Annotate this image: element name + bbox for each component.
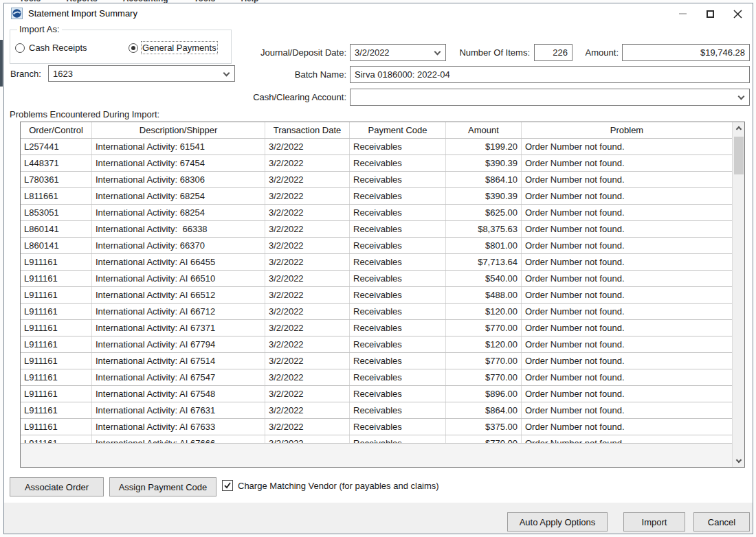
chevron-down-icon [738, 93, 745, 100]
import-button[interactable]: Import [623, 512, 685, 532]
table-cell: $770.00 [446, 435, 522, 443]
table-row[interactable]: L448371International Activity: 674543/2/… [21, 155, 732, 171]
column-header-payment-code[interactable]: Payment Code [350, 122, 446, 138]
table-row[interactable]: L911161International Activity: AI 665103… [21, 270, 732, 286]
table-cell: L911161 [21, 353, 92, 369]
table-cell: Order Number not found. [522, 254, 732, 270]
journal-date-select[interactable]: 3/2/2022 [350, 44, 446, 61]
table-cell: 3/2/2022 [265, 386, 350, 402]
table-cell: International Activity: AI 67666 [92, 435, 265, 443]
table-row[interactable]: L860141International Activity: 663383/2/… [21, 220, 732, 237]
number-of-items-label: Number Of Items: [453, 47, 530, 58]
table-cell: $801.00 [446, 238, 522, 253]
table-cell: Receivables [350, 353, 446, 369]
table-cell: International Activity: 66370 [92, 238, 265, 253]
charge-matching-vendor-checkbox-row[interactable]: Charge Matching Vendor (for payables and… [222, 480, 439, 491]
table-cell: Order Number not found. [522, 172, 732, 187]
column-header-amount[interactable]: Amount [446, 122, 522, 138]
table-cell: $120.00 [446, 304, 522, 319]
cash-clearing-account-label: Cash/Clearing Account: [238, 92, 346, 102]
table-row[interactable]: L811661International Activity: 682543/2/… [21, 187, 732, 204]
column-header-description-shipper[interactable]: Description/Shipper [92, 122, 265, 138]
table-cell: L448371 [21, 155, 92, 171]
charge-matching-vendor-label: Charge Matching Vendor (for payables and… [238, 481, 439, 491]
table-cell: Order Number not found. [522, 435, 732, 443]
table-cell: $864.10 [446, 172, 522, 187]
table-row[interactable]: L911161International Activity: AI 667123… [21, 303, 732, 319]
table-cell: Receivables [350, 188, 446, 204]
table-cell: Receivables [350, 238, 446, 253]
table-cell: L257441 [21, 139, 92, 155]
table-cell: Order Number not found. [522, 304, 732, 319]
table-row[interactable]: L911161International Activity: AI 675473… [21, 369, 732, 385]
table-row[interactable]: L911161International Activity: AI 676663… [21, 435, 732, 443]
table-cell: 3/2/2022 [265, 271, 350, 286]
maximize-button[interactable] [696, 3, 724, 24]
table-cell: $8,375.63 [446, 221, 522, 237]
table-cell: Receivables [350, 386, 446, 402]
table-row[interactable]: L853051International Activity: 682543/2/… [21, 204, 732, 220]
table-row[interactable]: L911161International Activity: AI 665123… [21, 286, 732, 303]
number-of-items-field[interactable]: 226 [534, 44, 572, 61]
table-cell: International Activity: 67454 [92, 155, 265, 171]
cash-clearing-account-select[interactable] [350, 89, 750, 106]
table-row[interactable]: L860141International Activity: 663703/2/… [21, 237, 732, 253]
cancel-button[interactable]: Cancel [693, 512, 750, 532]
table-cell: L911161 [21, 336, 92, 352]
column-header-problem[interactable]: Problem [522, 122, 732, 138]
table-cell: 3/2/2022 [265, 419, 350, 435]
table-row[interactable]: L911161International Activity: AI 676333… [21, 418, 732, 435]
radio-cash-receipts[interactable]: Cash Receipts [15, 43, 129, 53]
close-button[interactable] [724, 3, 751, 24]
branch-select[interactable]: 1623 [48, 65, 235, 82]
amount-label: Amount: [579, 47, 619, 58]
table-cell: L860141 [21, 238, 92, 253]
table-row[interactable]: L911161International Activity: AI 677943… [21, 336, 732, 352]
table-cell: International Activity: AI 67514 [92, 353, 265, 369]
table-cell: 3/2/2022 [265, 205, 350, 220]
amount-field[interactable]: $19,746.28 [622, 44, 750, 61]
branch-label: Branch: [10, 69, 41, 79]
table-row[interactable]: L911161International Activity: AI 673713… [21, 319, 732, 336]
scroll-up-button[interactable] [733, 122, 745, 134]
batch-name-input[interactable]: Sirva 0186000: 2022-04 [350, 66, 750, 83]
table-cell: 3/2/2022 [265, 221, 350, 237]
table-row[interactable]: L911161International Activity: AI 675483… [21, 385, 732, 402]
assign-payment-code-button[interactable]: Assign Payment Code [109, 477, 216, 496]
column-header-transaction-date[interactable]: Transaction Date [265, 122, 350, 138]
table-cell: L911161 [21, 435, 92, 443]
table-row[interactable]: L257441International Activity: 615413/2/… [21, 138, 732, 155]
table-cell: Receivables [350, 320, 446, 336]
table-cell: International Activity: 61541 [92, 139, 265, 155]
amount-value: $19,746.28 [700, 47, 745, 58]
background-window-edge [0, 40, 3, 87]
scroll-down-button[interactable] [733, 455, 745, 467]
table-row[interactable]: L911161International Activity: AI 676313… [21, 402, 732, 418]
radio-cash-receipts-label: Cash Receipts [29, 43, 87, 53]
table-row[interactable]: L911161International Activity: AI 675143… [21, 352, 732, 369]
radio-general-payments[interactable]: General Payments [129, 43, 216, 53]
table-cell: L811661 [21, 188, 92, 204]
table-cell: Receivables [350, 419, 446, 435]
table-cell: Receivables [350, 304, 446, 319]
associate-order-button[interactable]: Associate Order [10, 477, 104, 496]
table-cell: Order Number not found. [522, 205, 732, 220]
table-row[interactable]: L911161International Activity: AI 664553… [21, 253, 732, 270]
table-cell: 3/2/2022 [265, 287, 350, 303]
batch-name-value: Sirva 0186000: 2022-04 [355, 69, 450, 80]
scrollbar-thumb[interactable] [734, 137, 744, 174]
minimize-button[interactable] [669, 3, 696, 24]
table-cell: Receivables [350, 435, 446, 443]
problems-grid: Order/Control Description/Shipper Transa… [20, 122, 745, 468]
table-cell: $120.00 [446, 336, 522, 352]
table-cell: Order Number not found. [522, 221, 732, 237]
table-row[interactable]: L780361International Activity: 683063/2/… [21, 171, 732, 187]
table-cell: 3/2/2022 [265, 336, 350, 352]
table-cell: Receivables [350, 221, 446, 237]
auto-apply-options-button[interactable]: Auto Apply Options [507, 512, 608, 532]
table-cell: L780361 [21, 172, 92, 187]
window-title: Statement Import Summary [28, 8, 137, 19]
vertical-scrollbar[interactable] [732, 122, 744, 467]
table-cell: International Activity: AI 66510 [92, 271, 265, 286]
column-header-order-control[interactable]: Order/Control [21, 122, 92, 138]
